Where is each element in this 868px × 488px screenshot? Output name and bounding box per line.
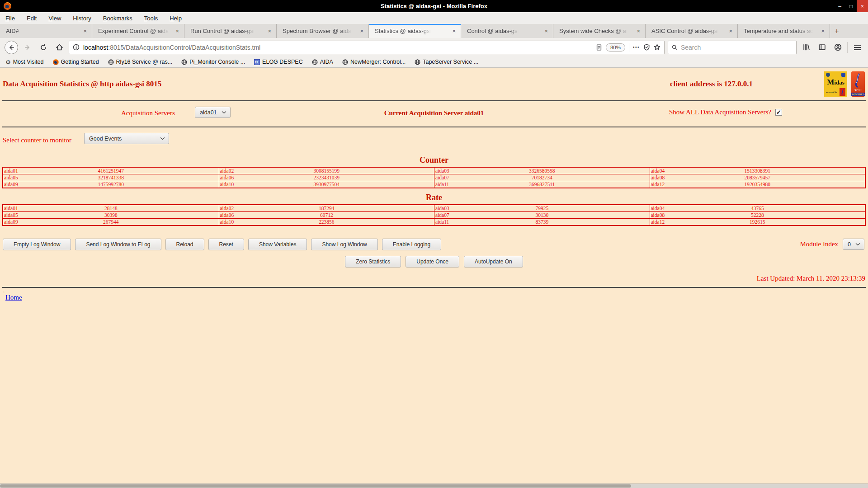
module-index-select[interactable]: 0 bbox=[843, 239, 864, 250]
tab-close-icon[interactable]: × bbox=[175, 28, 180, 34]
bookmark-rly16-service[interactable]: Rly16 Service @ ras... bbox=[108, 59, 173, 65]
reload-button[interactable] bbox=[37, 41, 50, 54]
window-title: Statistics @ aidas-gsi - Mozilla Firefox bbox=[0, 3, 868, 9]
tab-spectrum-browser[interactable]: Spectrum Browser @ aida× bbox=[277, 24, 369, 38]
menu-edit[interactable]: Edit bbox=[27, 15, 37, 22]
page-actions-icon[interactable]: ••• bbox=[633, 45, 640, 50]
reload-button[interactable]: Reload bbox=[165, 239, 204, 250]
search-icon bbox=[672, 44, 678, 51]
library-button[interactable] bbox=[800, 41, 812, 54]
menu-button[interactable] bbox=[851, 41, 863, 54]
counter-select-row: Select counter to monitor Good Events bbox=[0, 127, 868, 151]
hamburger-icon bbox=[854, 45, 861, 50]
menu-tools[interactable]: Tools bbox=[144, 15, 158, 22]
globe-icon bbox=[312, 59, 318, 65]
show-log-window-button[interactable]: Show Log Window bbox=[311, 239, 377, 250]
rate-cell-aida06: aida0660712 bbox=[219, 212, 434, 218]
horizontal-scrollbar[interactable] bbox=[0, 483, 868, 488]
bookmark-tapeserver[interactable]: TapeServer Service ... bbox=[415, 59, 478, 65]
zero-statistics-button[interactable]: Zero Statistics bbox=[345, 256, 401, 267]
rate-cell-aida03: aida0379925 bbox=[434, 205, 650, 211]
counter-cell-aida08: aida082083579457 bbox=[650, 174, 865, 181]
tab-temperature-status[interactable]: Temperature and status sc× bbox=[738, 24, 830, 38]
empty-log-window-button[interactable]: Empty Log Window bbox=[3, 239, 71, 250]
bookmark-aida[interactable]: AIDA bbox=[312, 59, 333, 65]
elog-icon: EL bbox=[254, 59, 260, 65]
tab-close-icon[interactable]: × bbox=[543, 28, 549, 34]
tab-close-icon[interactable]: × bbox=[451, 28, 457, 34]
maximize-button[interactable]: □ bbox=[845, 0, 857, 12]
zoom-level-indicator[interactable]: 80% bbox=[606, 43, 625, 52]
bookmark-most-visited[interactable]: ⚙Most Visited bbox=[5, 59, 44, 66]
table-row: aida014161251947 aida023008155199 aida03… bbox=[3, 168, 865, 174]
menu-help[interactable]: Help bbox=[170, 15, 182, 22]
update-once-button[interactable]: Update Once bbox=[406, 256, 459, 267]
log-buttons-row: Empty Log Window Send Log Window to ELog… bbox=[0, 239, 868, 250]
reader-mode-icon[interactable] bbox=[596, 44, 602, 51]
search-bar[interactable] bbox=[668, 41, 797, 54]
autoupdate-on-button[interactable]: AutoUpdate On bbox=[464, 256, 523, 267]
update-buttons-row: Zero Statistics Update Once AutoUpdate O… bbox=[0, 256, 868, 267]
counter-cell-aida04: aida041513308391 bbox=[650, 168, 865, 174]
minimize-button[interactable]: – bbox=[834, 0, 845, 12]
counter-monitor-select[interactable]: Good Events bbox=[84, 133, 169, 144]
bookmark-pi-monitor[interactable]: Pi_Monitor Console ... bbox=[181, 59, 245, 65]
show-variables-button[interactable]: Show Variables bbox=[248, 239, 307, 250]
divider bbox=[2, 287, 866, 288]
divider bbox=[629, 43, 629, 52]
sidebar-button[interactable] bbox=[816, 41, 828, 54]
send-log-to-elog-button[interactable]: Send Log Window to ELog bbox=[75, 239, 161, 250]
account-button[interactable] bbox=[831, 41, 844, 54]
page-content: Data Acquisition Statistics @ http aidas… bbox=[0, 68, 868, 483]
tab-system-wide-checks[interactable]: System wide Checks @ ai× bbox=[553, 24, 646, 38]
close-button[interactable]: × bbox=[857, 0, 868, 12]
tab-control[interactable]: Control @ aidas-gsi× bbox=[461, 24, 553, 38]
tcl-feather-icon bbox=[854, 73, 862, 88]
tab-statistics-active[interactable]: Statistics @ aidas-gsi× bbox=[369, 24, 461, 38]
home-link[interactable]: Home bbox=[5, 294, 22, 301]
bookmark-newmerger[interactable]: NewMerger: Control... bbox=[342, 59, 406, 65]
scrollbar-thumb[interactable] bbox=[0, 484, 631, 488]
bookmark-elog-despec[interactable]: ELELOG DESPEC bbox=[254, 59, 303, 65]
menu-bookmarks[interactable]: Bookmarks bbox=[103, 15, 132, 22]
counter-cell-aida09: aida091475992780 bbox=[3, 181, 219, 188]
tab-asic-control[interactable]: ASIC Control @ aidas-gsi× bbox=[646, 24, 738, 38]
tab-close-icon[interactable]: × bbox=[728, 28, 733, 34]
tab-close-icon[interactable]: × bbox=[359, 28, 364, 34]
tab-run-control[interactable]: Run Control @ aidas-gsi× bbox=[184, 24, 277, 38]
module-index-control: Module Index 0 bbox=[800, 239, 864, 250]
shield-icon[interactable] bbox=[643, 44, 650, 51]
tab-experiment-control[interactable]: Experiment Control @ aida× bbox=[92, 24, 184, 38]
new-tab-button[interactable]: + bbox=[830, 24, 844, 38]
reset-button[interactable]: Reset bbox=[208, 239, 244, 250]
show-all-servers-checkbox[interactable]: ✓ bbox=[775, 109, 782, 116]
search-input[interactable] bbox=[681, 44, 793, 51]
tab-close-icon[interactable]: × bbox=[82, 28, 88, 34]
menu-file[interactable]: File bbox=[5, 15, 15, 22]
rate-cell-aida08: aida0852228 bbox=[650, 212, 865, 218]
enable-logging-button[interactable]: Enable Logging bbox=[382, 239, 441, 250]
bookmark-getting-started[interactable]: Getting Started bbox=[53, 59, 99, 65]
tab-close-icon[interactable]: × bbox=[267, 28, 272, 34]
tab-aida[interactable]: AIDA× bbox=[0, 24, 92, 38]
back-button[interactable] bbox=[5, 41, 18, 54]
home-icon bbox=[56, 43, 63, 51]
sidebar-icon bbox=[818, 43, 826, 51]
forward-button[interactable] bbox=[21, 41, 34, 54]
bookmark-star-icon[interactable] bbox=[654, 44, 660, 51]
menu-history[interactable]: History bbox=[73, 15, 91, 22]
url-bar[interactable]: localhost:8015/DataAcquisitionControl/Da… bbox=[69, 41, 665, 54]
site-info-icon[interactable] bbox=[73, 44, 80, 51]
menu-view[interactable]: View bbox=[48, 15, 61, 22]
home-button[interactable] bbox=[53, 41, 66, 54]
table-row: aida0128148 aida02187294 aida0379925 aid… bbox=[3, 205, 865, 211]
tcl-powered-logo[interactable]: TCL! POWERED bbox=[851, 71, 865, 97]
tab-close-icon[interactable]: × bbox=[820, 28, 826, 34]
tab-close-icon[interactable]: × bbox=[636, 28, 641, 34]
rate-cell-aida12: aida12192615 bbox=[650, 219, 865, 225]
bookmarks-toolbar: ⚙Most Visited Getting Started Rly16 Serv… bbox=[0, 56, 868, 68]
midas-logo[interactable]: Midas powered by bbox=[824, 71, 847, 97]
rate-heading: Rate bbox=[0, 193, 868, 202]
counter-cell-aida02: aida023008155199 bbox=[219, 168, 434, 174]
chevron-down-icon bbox=[160, 137, 165, 140]
